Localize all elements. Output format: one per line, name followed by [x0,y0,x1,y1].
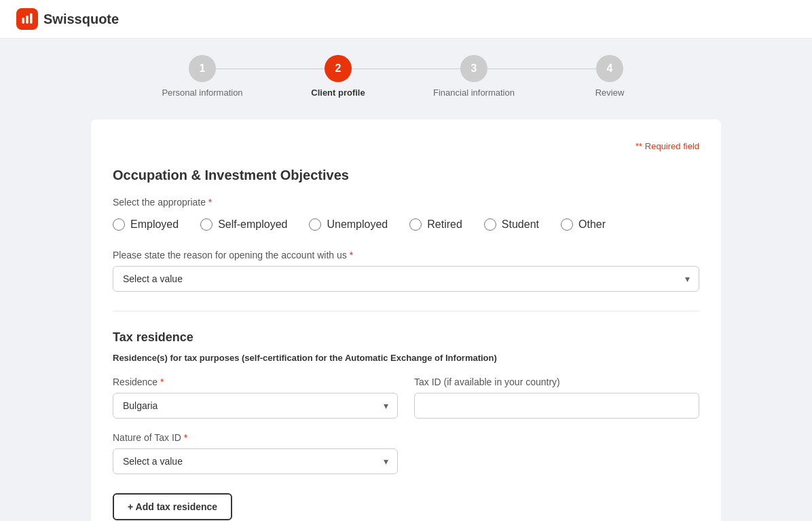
radio-student-input[interactable] [484,218,496,231]
step-3-label: Financial information [433,88,515,98]
svg-rect-1 [26,16,28,24]
step-2-label: Client profile [311,88,365,98]
radio-unemployed[interactable]: Unemployed [309,218,388,231]
step-1-label: Personal information [162,88,242,98]
step-1-circle: 1 [189,55,216,82]
employment-radio-group: Employed Self-employed Unemployed Retire… [113,218,699,231]
radio-unemployed-label: Unemployed [327,218,388,231]
residence-label: Residence * [113,377,398,387]
tax-id-field-group: Tax ID (if available in your country) [414,377,699,419]
steps-container: 1 Personal information 2 Client profile … [0,39,812,109]
radio-student-label: Student [502,218,539,231]
logo-icon [16,8,38,30]
radio-employed-label: Employed [130,218,179,231]
swissquote-logo-svg [20,12,34,26]
radio-retired-label: Retired [427,218,462,231]
residence-select[interactable]: Bulgaria [113,393,398,419]
step-client-profile[interactable]: 2 Client profile [270,55,406,98]
radio-other-label: Other [578,218,606,231]
svg-rect-2 [30,14,32,24]
header: Swissquote [0,0,812,39]
reason-field-group: Please state the reason for opening the … [113,250,699,292]
tax-note: Residence(s) for tax purposes (self-cert… [113,353,699,363]
radio-other[interactable]: Other [561,218,606,231]
employment-type-label: Select the appropriate * [113,197,699,208]
reason-select-wrapper: Select a value [113,266,699,292]
tax-section-title: Tax residence [113,330,699,345]
logo: Swissquote [16,8,119,30]
radio-employed-input[interactable] [113,218,125,231]
reason-label: Please state the reason for opening the … [113,250,699,260]
radio-self-employed-input[interactable] [200,218,213,231]
radio-self-employed[interactable]: Self-employed [200,218,287,231]
nature-select-wrapper: Select a value [113,448,398,474]
main-content: ** Required field Occupation & Investmen… [80,109,732,521]
radio-other-input[interactable] [561,218,573,231]
nature-field-group: Nature of Tax ID * Select a value [113,432,398,474]
radio-employed[interactable]: Employed [113,218,179,231]
radio-unemployed-input[interactable] [309,218,321,231]
add-tax-residence-button[interactable]: + Add tax residence [113,493,232,520]
form-card: ** Required field Occupation & Investmen… [91,119,721,521]
step-2-circle: 2 [325,55,352,82]
step-4-circle: 4 [596,55,623,82]
radio-retired-input[interactable] [409,218,422,231]
nature-select[interactable]: Select a value [113,448,398,474]
required-note: ** Required field [113,141,699,151]
tax-id-label: Tax ID (if available in your country) [414,377,699,387]
radio-retired[interactable]: Retired [409,218,462,231]
nature-label: Nature of Tax ID * [113,432,398,443]
residence-field-group: Residence * Bulgaria [113,377,398,419]
step-review[interactable]: 4 Review [542,55,678,98]
radio-student[interactable]: Student [484,218,539,231]
step-personal-information[interactable]: 1 Personal information [134,55,270,98]
reason-select[interactable]: Select a value [113,266,699,292]
residence-select-wrapper: Bulgaria [113,393,398,419]
logo-text: Swissquote [43,12,119,27]
radio-self-employed-label: Self-employed [218,218,287,231]
residence-row: Residence * Bulgaria Tax ID (if availabl… [113,377,699,432]
add-tax-residence-label: + Add tax residence [128,501,217,512]
step-financial-information[interactable]: 3 Financial information [406,55,542,98]
occupation-section-title: Occupation & Investment Objectives [113,168,699,183]
section-divider-1 [113,311,699,311]
step-3-circle: 3 [460,55,487,82]
step-4-label: Review [595,88,625,98]
tax-id-input[interactable] [414,393,699,419]
svg-rect-0 [22,18,24,23]
